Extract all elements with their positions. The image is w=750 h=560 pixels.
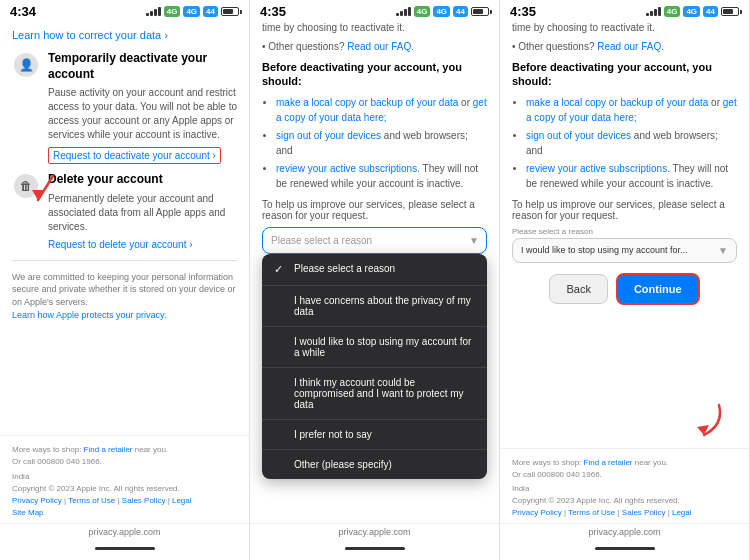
- time-2: 4:35: [260, 4, 286, 19]
- dropdown-option-3[interactable]: I think my account could be compromised …: [262, 368, 487, 420]
- signout-link-3[interactable]: sign out of your devices: [526, 130, 631, 141]
- deactivate-icon: 👤: [12, 51, 40, 79]
- bullet-item-3: review your active subscriptions. They w…: [276, 161, 487, 191]
- bottom-footer-3: More ways to shop: Find a retailer near …: [500, 448, 749, 523]
- intro-text-3: time by choosing to reactivate it.: [512, 21, 737, 35]
- sitemap-link-1[interactable]: Site Map: [12, 508, 44, 517]
- signal-badge-2: 4G: [433, 6, 450, 17]
- deactivate-section: 👤 Temporarily deactivate your account Pa…: [12, 51, 237, 164]
- backup-link-3[interactable]: make a local copy or backup of your data: [526, 97, 708, 108]
- divider-1: [12, 260, 237, 261]
- panel-2: 4:35 4G 4G 44 time by choosing to reacti…: [250, 0, 500, 560]
- extra-badge-1: 44: [203, 6, 218, 17]
- legal-link-1[interactable]: Legal: [172, 496, 192, 505]
- time-1: 4:34: [10, 4, 36, 19]
- panel1-content: Learn how to correct your data › 👤 Tempo…: [0, 21, 249, 435]
- delete-title: Delete your account: [48, 172, 237, 188]
- delete-section: 🗑 Delete your account Permanently delete…: [12, 172, 237, 250]
- heading-2: Before deactivating your account, you sh…: [262, 60, 487, 89]
- backup-link[interactable]: make a local copy or backup of your data: [276, 97, 458, 108]
- delete-cta[interactable]: Request to delete your account ›: [48, 239, 193, 250]
- dropdown-option-1[interactable]: I have concerns about the privacy of my …: [262, 286, 487, 327]
- 4g-badge-3: 4G: [664, 6, 681, 17]
- retailer-link-3[interactable]: Find a retailer: [584, 458, 633, 467]
- bullet-list-3: make a local copy or backup of your data…: [512, 95, 737, 191]
- footer-links-1: Privacy Policy | Terms of Use | Sales Po…: [12, 495, 237, 519]
- home-bar-3: [500, 540, 749, 560]
- home-indicator-3: [595, 547, 655, 550]
- delete-desc: Permanently delete your account and asso…: [48, 192, 237, 234]
- panel-3: 4:35 4G 4G 44 time by choosing to reacti…: [500, 0, 750, 560]
- sales-link-1[interactable]: Sales Policy: [122, 496, 166, 505]
- country-1: India: [12, 471, 237, 483]
- dropdown-option-4[interactable]: I prefer not to say: [262, 420, 487, 450]
- signal-badge-1: 4G: [183, 6, 200, 17]
- status-bar-3: 4:35 4G 4G 44: [500, 0, 749, 21]
- home-indicator-1: [95, 547, 155, 550]
- battery-3: [721, 7, 739, 16]
- deactivate-body: Temporarily deactivate your account Paus…: [48, 51, 237, 164]
- legal-link-3[interactable]: Legal: [672, 508, 692, 517]
- signal-bars-2: [396, 7, 411, 16]
- privacy-link[interactable]: Learn how Apple protects your privacy.: [12, 310, 166, 320]
- check-icon-0: ✓: [274, 263, 288, 276]
- copyright-1: Copyright © 2023 Apple Inc. All rights r…: [12, 483, 237, 495]
- terms-link-1[interactable]: Terms of Use: [68, 496, 115, 505]
- home-indicator-2: [345, 547, 405, 550]
- sales-link-3[interactable]: Sales Policy: [622, 508, 666, 517]
- faq-text-3: • Other questions? Read our FAQ.: [512, 41, 737, 52]
- continue-button[interactable]: Continue: [616, 273, 700, 305]
- footer-note: We are committed to keeping your persona…: [12, 271, 237, 321]
- person-icon: 👤: [14, 53, 38, 77]
- deactivate-cta[interactable]: Request to deactivate your account ›: [48, 147, 221, 164]
- heading-3: Before deactivating your account, you sh…: [512, 60, 737, 89]
- subscriptions-link[interactable]: review your active subscriptions: [276, 163, 417, 174]
- country-3: India: [512, 483, 737, 495]
- subscriptions-link-3[interactable]: review your active subscriptions: [526, 163, 667, 174]
- terms-link-3[interactable]: Terms of Use: [568, 508, 615, 517]
- shop-text-1: More ways to shop: Find a retailer near …: [12, 444, 237, 468]
- status-icons-3: 4G 4G 44: [646, 6, 739, 17]
- dropdown-container-3: Please select a reason I would like to s…: [512, 227, 737, 263]
- status-bar-2: 4:35 4G 4G 44: [250, 0, 499, 21]
- signal-badge-3: 4G: [683, 6, 700, 17]
- faq-text: • Other questions? Read our FAQ.: [262, 41, 487, 52]
- back-button[interactable]: Back: [549, 274, 607, 304]
- signal-bars-3: [646, 7, 661, 16]
- learn-link[interactable]: Learn how to correct your data ›: [12, 29, 168, 41]
- battery-1: [221, 7, 239, 16]
- deactivate-title: Temporarily deactivate your account: [48, 51, 237, 82]
- time-3: 4:35: [510, 4, 536, 19]
- home-bar-1: [0, 540, 249, 560]
- url-bar-1: privacy.apple.com: [0, 523, 249, 540]
- extra-badge-3: 44: [703, 6, 718, 17]
- dropdown-option-5[interactable]: Other (please specify): [262, 450, 487, 479]
- panel-1: 4:34 4G 4G 44 Learn how to correct your …: [0, 0, 250, 560]
- select-prompt-2: To help us improve our services, please …: [262, 199, 487, 221]
- extra-badge-2: 44: [453, 6, 468, 17]
- delete-body: Delete your account Permanently delete y…: [48, 172, 237, 250]
- delete-icon: 🗑: [12, 172, 40, 200]
- battery-2: [471, 7, 489, 16]
- shop-text-3: More ways to shop: Find a retailer near …: [512, 457, 737, 481]
- signal-bars-1: [146, 7, 161, 16]
- signout-link[interactable]: sign out of your devices: [276, 130, 381, 141]
- bullet-3-item-2: sign out of your devices and web browser…: [526, 128, 737, 158]
- status-bar-1: 4:34 4G 4G 44: [0, 0, 249, 21]
- faq-link-3[interactable]: Read our FAQ.: [597, 41, 664, 52]
- 4g-badge-2: 4G: [414, 6, 431, 17]
- retailer-link-1[interactable]: Find a retailer: [84, 445, 133, 454]
- dropdown-trigger-2[interactable]: Please select a reason: [262, 227, 487, 254]
- selected-value-3[interactable]: I would like to stop using my account fo…: [512, 238, 737, 263]
- panel2-content: time by choosing to reactivate it. • Oth…: [250, 21, 499, 523]
- bottom-footer-1: More ways to shop: Find a retailer near …: [0, 435, 249, 523]
- copyright-3: Copyright © 2023 Apple Inc. All rights r…: [512, 495, 737, 507]
- privacy-policy-link-3[interactable]: Privacy Policy: [512, 508, 562, 517]
- privacy-policy-link-1[interactable]: Privacy Policy: [12, 496, 62, 505]
- dropdown-option-2[interactable]: I would like to stop using my account fo…: [262, 327, 487, 368]
- faq-link-2[interactable]: Read our FAQ.: [347, 41, 414, 52]
- dropdown-chevron-3: ▼: [718, 245, 728, 256]
- dropdown-option-0[interactable]: ✓ Please select a reason: [262, 254, 487, 286]
- bullet-item-1: make a local copy or backup of your data…: [276, 95, 487, 125]
- home-bar-2: [250, 540, 499, 560]
